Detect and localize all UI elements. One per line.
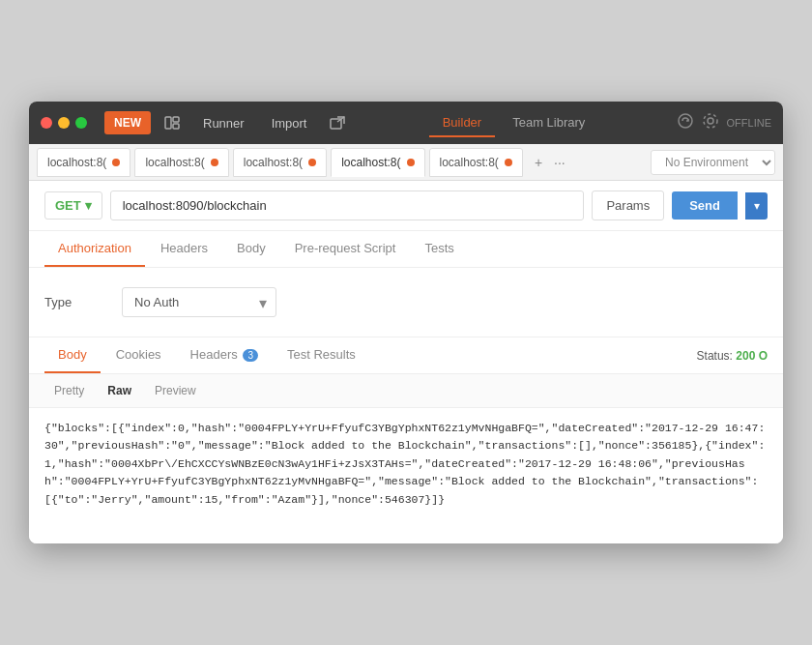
- new-window-icon: [330, 116, 345, 130]
- team-library-tab[interactable]: Team Library: [499, 109, 598, 137]
- svg-point-7: [704, 114, 717, 128]
- response-tabs-bar: Body Cookies Headers 3 Test Results Stat…: [29, 337, 783, 374]
- response-test-results-tab[interactable]: Test Results: [274, 337, 369, 373]
- settings-icon: [702, 112, 719, 130]
- headers-tab[interactable]: Headers: [147, 231, 221, 267]
- svg-rect-0: [165, 117, 171, 129]
- close-button[interactable]: [41, 117, 52, 129]
- params-button[interactable]: Params: [592, 191, 664, 220]
- environment-selector[interactable]: No Environment: [651, 150, 775, 175]
- app-window: NEW Runner Import Builder Team Libra: [29, 102, 783, 543]
- response-text: {"blocks":[{"index":0,"hash":"0004FPLY+Y…: [44, 420, 768, 509]
- svg-rect-2: [173, 124, 179, 129]
- nav-right: OFFLINE: [677, 112, 771, 133]
- method-selector[interactable]: GET ▾: [44, 191, 102, 220]
- offline-label: OFFLINE: [727, 117, 771, 129]
- tab-5[interactable]: localhost:8(: [429, 148, 523, 177]
- format-tabs: Pretty Raw Preview: [29, 374, 783, 408]
- tab-4-label: localhost:8(: [341, 156, 400, 169]
- url-input[interactable]: [110, 191, 585, 220]
- settings-icon-button[interactable]: [702, 112, 719, 133]
- tab-2-dot: [211, 159, 218, 166]
- more-tabs-button[interactable]: ···: [550, 153, 569, 172]
- minimize-button[interactable]: [58, 117, 70, 129]
- headers-badge: 3: [243, 349, 258, 362]
- pretty-tab[interactable]: Pretty: [44, 380, 94, 401]
- response-headers-label: Headers: [190, 347, 238, 362]
- sync-icon-button[interactable]: [677, 112, 694, 133]
- send-dropdown-button[interactable]: ▾: [745, 192, 768, 220]
- tab-5-label: localhost:8(: [440, 156, 499, 169]
- tab-5-dot: [505, 159, 512, 166]
- tab-2[interactable]: localhost:8(: [134, 148, 228, 177]
- tabs-actions: + ···: [531, 153, 569, 172]
- runner-button[interactable]: Runner: [193, 110, 254, 136]
- body-tab[interactable]: Body: [223, 231, 279, 267]
- auth-row: Type No Auth: [44, 287, 768, 317]
- nav-left: NEW Runner Import: [104, 110, 351, 136]
- auth-type-select[interactable]: No Auth: [122, 287, 276, 317]
- nav-center: Builder Team Library: [361, 109, 666, 137]
- auth-dropdown-wrap: No Auth: [122, 287, 276, 317]
- status-area: Status: 200 O: [697, 349, 768, 363]
- tab-1-dot: [112, 159, 120, 166]
- tab-1-label: localhost:8(: [47, 156, 106, 169]
- response-body-tab[interactable]: Body: [44, 337, 101, 373]
- sync-icon: [677, 112, 694, 130]
- request-bar: GET ▾ Params Send ▾: [29, 181, 783, 231]
- tab-2-label: localhost:8(: [145, 156, 204, 169]
- maximize-button[interactable]: [75, 117, 87, 129]
- tests-tab[interactable]: Tests: [411, 231, 467, 267]
- method-label: GET: [55, 198, 81, 213]
- response-headers-tab[interactable]: Headers 3: [177, 337, 272, 373]
- add-tab-button[interactable]: +: [531, 153, 546, 172]
- authorization-tab[interactable]: Authorization: [44, 231, 145, 267]
- titlebar: NEW Runner Import Builder Team Libra: [29, 102, 783, 144]
- tab-4-dot: [407, 159, 415, 166]
- svg-rect-1: [173, 117, 179, 122]
- new-window-button[interactable]: [324, 112, 351, 133]
- layout-icon: [164, 116, 180, 130]
- raw-tab[interactable]: Raw: [98, 380, 141, 401]
- auth-type-label: Type: [44, 295, 102, 309]
- new-button[interactable]: NEW: [104, 111, 151, 134]
- tab-3-dot: [308, 159, 316, 166]
- status-code: 200 O: [736, 349, 768, 363]
- svg-point-6: [708, 118, 713, 124]
- send-button[interactable]: Send: [672, 191, 738, 220]
- response-cookies-tab[interactable]: Cookies: [102, 337, 175, 373]
- pre-request-script-tab[interactable]: Pre-request Script: [281, 231, 410, 267]
- layout-icon-button[interactable]: [159, 112, 186, 133]
- tab-3[interactable]: localhost:8(: [233, 148, 327, 177]
- tab-3-label: localhost:8(: [244, 156, 303, 169]
- import-button[interactable]: Import: [262, 110, 317, 136]
- method-chevron: ▾: [85, 198, 92, 213]
- window-controls: [41, 117, 87, 129]
- sub-tabs: Authorization Headers Body Pre-request S…: [29, 231, 783, 268]
- response-body: {"blocks":[{"index":0,"hash":"0004FPLY+Y…: [29, 408, 783, 543]
- status-label: Status:: [697, 349, 733, 363]
- preview-tab[interactable]: Preview: [145, 380, 206, 401]
- builder-tab[interactable]: Builder: [429, 109, 495, 137]
- tab-4[interactable]: localhost:8(: [331, 148, 424, 177]
- tabs-bar: localhost:8( localhost:8( localhost:8( l…: [29, 144, 783, 181]
- tab-1[interactable]: localhost:8(: [37, 148, 130, 177]
- auth-section: Type No Auth: [29, 268, 783, 337]
- svg-point-5: [679, 114, 692, 128]
